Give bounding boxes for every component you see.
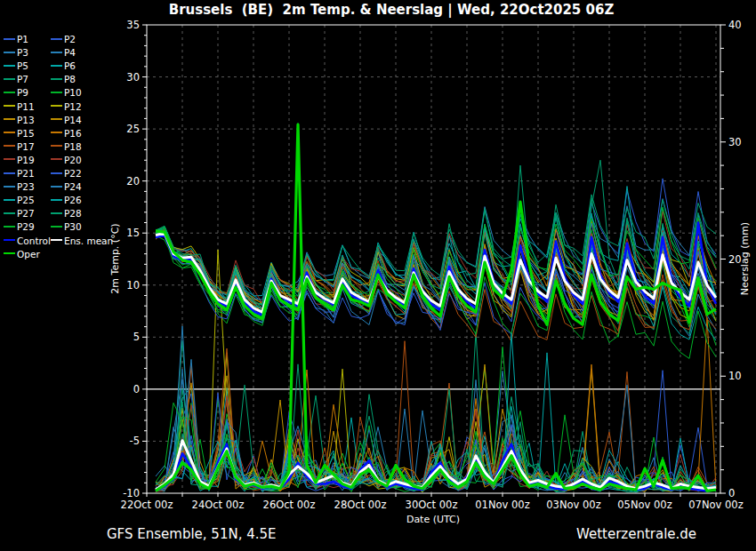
legend-line-swatch [4, 52, 15, 53]
legend-item-p14: P14 [51, 110, 82, 124]
legend-line-swatch [51, 65, 62, 67]
legend-line-swatch [51, 186, 62, 188]
x-tick-label: 01Nov 00z [475, 499, 529, 511]
y-left-tick-label: 25 [126, 123, 140, 135]
legend-line-swatch [51, 172, 62, 174]
legend-line-swatch [51, 52, 62, 53]
legend-item-p19: P19 [4, 150, 35, 164]
legend-line-swatch [51, 145, 62, 147]
chart-plot-area: 35302520151050-5-1040302010022Oct 00z24O… [0, 0, 756, 551]
x-tick-label: 26Oct 00z [263, 499, 316, 511]
legend-line-swatch [51, 92, 62, 93]
legend-item-p20: P20 [51, 150, 82, 164]
legend-line-swatch [4, 65, 15, 67]
legend-item-p8: P8 [51, 69, 76, 83]
legend-item-p9: P9 [4, 83, 28, 96]
legend-line-swatch [51, 199, 62, 201]
legend-label: Oper [17, 248, 40, 259]
legend-line-swatch [4, 212, 15, 214]
legend-item-p29: P29 [4, 217, 35, 230]
x-tick-label: 30Oct 00z [406, 499, 458, 511]
legend-line-swatch [4, 172, 15, 174]
legend-item-p18: P18 [51, 137, 82, 150]
legend-item-p17: P17 [4, 137, 35, 150]
legend-item-p23: P23 [4, 177, 35, 190]
legend-item-control: Control [4, 231, 51, 244]
y-right-tick-label: 40 [728, 19, 742, 31]
y-left-tick-label: 5 [133, 331, 140, 343]
legend-line-swatch [51, 78, 62, 80]
y-left-tick-label: 10 [126, 279, 140, 291]
legend-line-swatch [51, 226, 62, 228]
x-tick-label: 03Nov 00z [546, 499, 600, 511]
legend-line-swatch [51, 212, 62, 214]
x-axis-title: Date (UTC) [406, 514, 460, 525]
footer-site-name: Wetterzentrale.de [576, 526, 696, 542]
legend-item-p2: P2 [51, 29, 76, 43]
y-left-tick-label: -10 [123, 487, 140, 499]
legend-item-p4: P4 [51, 43, 76, 56]
legend-item-p16: P16 [51, 124, 82, 137]
legend-item-p28: P28 [51, 204, 82, 217]
legend-line-swatch [4, 158, 15, 160]
meteogram-chart: P1P2P3P4P5P6P7P8P9P10P11P12P13P14P15P16P… [0, 0, 756, 551]
footer-model-info: GFS Ensemble, 51N, 4.5E [107, 526, 277, 542]
legend-line-swatch [4, 199, 15, 201]
legend-line-swatch [4, 252, 15, 254]
legend-item-p25: P25 [4, 190, 35, 204]
legend-item-p30: P30 [51, 217, 82, 230]
legend-line-swatch [51, 38, 62, 40]
y-right-tick-label: 30 [728, 136, 742, 148]
legend-item-p10: P10 [51, 83, 82, 96]
legend-item-p1: P1 [4, 29, 28, 43]
x-tick-label: 28Oct 00z [334, 499, 387, 511]
legend-item-p7: P7 [4, 69, 28, 83]
legend-item-p3: P3 [4, 43, 28, 56]
legend-line-swatch [4, 78, 15, 80]
y-left-tick-label: 35 [126, 19, 140, 31]
y-left-tick-label: -5 [130, 435, 140, 447]
y-right-tick-label: 10 [728, 370, 742, 382]
y-right-tick-label: 0 [728, 487, 735, 499]
legend-line-swatch [4, 38, 15, 40]
y-left-tick-label: 20 [126, 175, 140, 188]
legend-line-swatch [4, 239, 15, 241]
legend-item-p24: P24 [51, 177, 82, 190]
y-left-tick-label: 0 [133, 383, 140, 395]
legend-line-swatch [51, 158, 62, 160]
legend-item-oper: Oper [4, 244, 40, 258]
legend-line-swatch [4, 145, 15, 147]
y-left-tick-label: 30 [126, 71, 140, 84]
x-tick-label: 05Nov 00z [617, 499, 672, 511]
legend-item-p13: P13 [4, 110, 35, 124]
series-lines [156, 124, 716, 492]
legend-item-p5: P5 [4, 56, 28, 69]
legend-item-p6: P6 [51, 56, 76, 69]
legend-line-swatch [4, 105, 15, 107]
y-left-tick-label: 15 [126, 227, 140, 239]
legend-item-p12: P12 [51, 97, 82, 110]
legend-item-ens-mean: Ens. mean [51, 231, 113, 244]
x-tick-label: 22Oct 00z [121, 499, 173, 511]
legend-line-swatch [4, 226, 15, 228]
chart-title: Brussels (BE) 2m Temp. & Neerslag | Wed,… [169, 2, 615, 19]
legend-line-swatch [51, 132, 62, 133]
ensemble-legend: P1P2P3P4P5P6P7P8P9P10P11P12P13P14P15P16P… [0, 0, 107, 267]
legend-item-p11: P11 [4, 97, 35, 110]
legend-line-swatch [4, 132, 15, 133]
x-tick-label: 07Nov 00z [688, 499, 743, 511]
legend-item-p27: P27 [4, 204, 35, 217]
legend-line-swatch [51, 239, 62, 241]
x-tick-label: 24Oct 00z [192, 499, 245, 511]
legend-item-p26: P26 [51, 190, 82, 204]
legend-label: Ens. mean [64, 235, 113, 245]
legend-line-swatch [4, 118, 15, 120]
legend-item-p15: P15 [4, 124, 35, 137]
legend-item-p21: P21 [4, 164, 35, 177]
legend-item-p22: P22 [51, 164, 82, 177]
legend-line-swatch [4, 92, 15, 93]
legend-line-swatch [4, 186, 15, 188]
legend-line-swatch [51, 118, 62, 120]
legend-line-swatch [51, 105, 62, 107]
y-axis-right-title: Neerslag (mm) [739, 222, 751, 295]
